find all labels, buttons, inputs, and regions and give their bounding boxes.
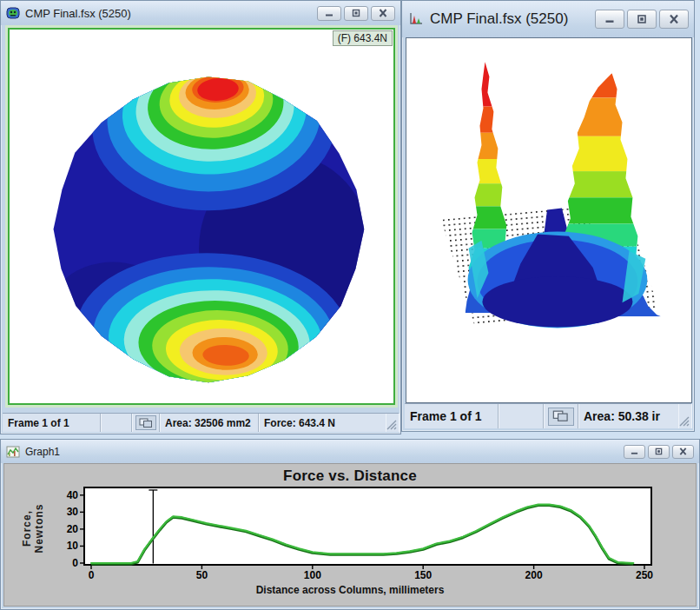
close-button[interactable] — [672, 445, 694, 459]
svg-text:Newtons: Newtons — [33, 503, 45, 553]
svg-text:200: 200 — [525, 569, 543, 581]
force-distance-plot[interactable]: 050100150200250010203040Force,Newtons — [4, 485, 699, 582]
graph-content: Force vs. Distance 050100150200250010203… — [3, 463, 697, 607]
plot-3d-icon — [407, 11, 425, 27]
svg-text:20: 20 — [67, 523, 79, 535]
restore-button[interactable] — [627, 10, 657, 29]
statusbar-3d: Frame 1 of 1 Area: 50.38 ir — [405, 403, 691, 428]
tile-windows-button[interactable] — [135, 415, 156, 430]
restore-icon — [654, 448, 664, 455]
area-readout: Area: 32506 mm2 — [160, 414, 259, 432]
window-graph: Graph1 Force vs. Distance 05010015020025… — [0, 439, 700, 610]
pressure-map-3d[interactable] — [406, 38, 691, 402]
chart-title: Force vs. Distance — [4, 467, 696, 485]
area-readout: Area: 50.38 ir — [578, 404, 678, 428]
window-title: Graph1 — [25, 446, 60, 458]
overlapping-windows-icon — [139, 418, 153, 428]
svg-text:0: 0 — [72, 557, 78, 569]
window-2d-map: CMP Final.fsx (5250) (F) 643.4N — [0, 0, 401, 434]
minimize-icon — [630, 448, 639, 455]
frame-counter: Frame 1 of 1 — [405, 404, 499, 428]
force-overlay-label: (F) 643.4N — [333, 30, 393, 46]
svg-text:250: 250 — [636, 569, 653, 581]
statusbar-2d: Frame 1 of 1 Area: 32506 mm2 Force: 643.… — [3, 413, 399, 432]
minimize-button[interactable] — [317, 6, 341, 21]
close-icon — [678, 448, 688, 455]
restore-button[interactable] — [344, 6, 368, 21]
tile-windows-cell — [544, 404, 578, 428]
pressure-map-2d[interactable] — [10, 30, 393, 403]
svg-text:30: 30 — [67, 506, 79, 518]
view-3d-frame — [406, 37, 692, 403]
window-title: CMP Final.fsx (5250) — [430, 10, 568, 28]
resize-grip-icon — [386, 419, 397, 430]
close-icon — [378, 9, 388, 17]
minimize-button[interactable] — [595, 10, 624, 29]
titlebar-graph[interactable]: Graph1 — [1, 440, 699, 463]
close-button[interactable] — [659, 10, 689, 29]
tile-windows-button[interactable] — [548, 408, 574, 426]
status-empty-cell — [101, 414, 132, 432]
resize-grip-icon — [678, 415, 690, 427]
overlapping-windows-icon — [552, 410, 569, 422]
restore-icon — [636, 14, 648, 24]
close-icon — [668, 14, 680, 24]
minimize-icon — [604, 14, 616, 24]
force-readout: Force: 643.4 N — [259, 414, 386, 432]
svg-text:Force,: Force, — [21, 510, 33, 547]
svg-text:40: 40 — [67, 489, 79, 501]
status-empty-cell — [499, 404, 544, 428]
minimize-button[interactable] — [624, 445, 645, 459]
svg-text:150: 150 — [414, 569, 432, 581]
restore-button[interactable] — [648, 445, 670, 459]
frame-counter: Frame 1 of 1 — [3, 414, 101, 432]
minimize-icon — [324, 9, 334, 17]
svg-text:50: 50 — [196, 569, 208, 581]
titlebar-2d[interactable]: CMP Final.fsx (5250) — [1, 1, 400, 25]
window-title: CMP Final.fsx (5250) — [25, 7, 131, 20]
resize-grip[interactable] — [678, 404, 691, 428]
x-axis-label: Distance across Columns, millimeters — [4, 584, 696, 596]
window-3d-view: CMP Final.fsx (5250) — [401, 0, 695, 432]
pressure-map-icon — [6, 6, 20, 20]
svg-text:0: 0 — [89, 569, 95, 581]
line-chart-icon — [6, 446, 20, 458]
svg-text:100: 100 — [304, 569, 321, 581]
close-button[interactable] — [371, 6, 395, 21]
svg-text:10: 10 — [67, 540, 79, 552]
titlebar-3d[interactable]: CMP Final.fsx (5250) — [402, 1, 694, 37]
resize-grip[interactable] — [386, 414, 399, 432]
tile-windows-cell — [132, 414, 160, 432]
base-bowl — [468, 232, 648, 328]
restore-icon — [351, 9, 361, 17]
map-frame: (F) 643.4N — [5, 25, 398, 408]
